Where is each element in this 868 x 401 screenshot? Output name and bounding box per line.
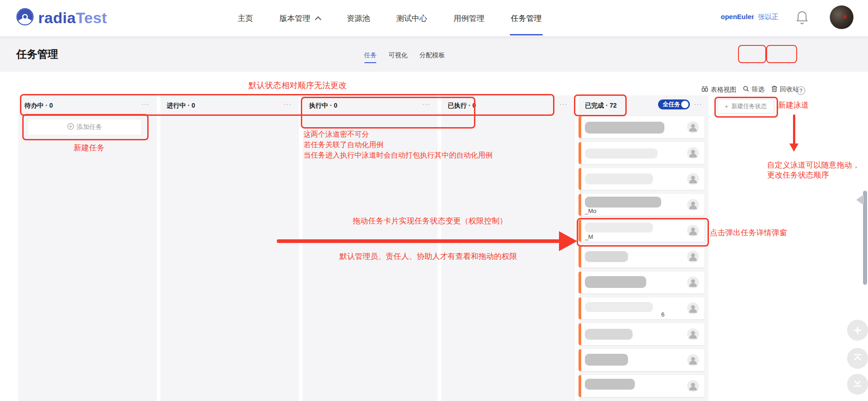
nav-item-version-management[interactable]: 版本管理 bbox=[279, 0, 320, 36]
notification-bell-icon[interactable] bbox=[795, 10, 809, 27]
floating-add-button[interactable]: + bbox=[847, 320, 868, 341]
scroll-to-bottom-button[interactable] bbox=[847, 374, 868, 395]
annotation-arrow-horizontal bbox=[277, 239, 561, 243]
recycle-bin-button[interactable]: 回收站 bbox=[771, 85, 799, 94]
app-logo[interactable]: radiaTest bbox=[15, 7, 107, 29]
card-accent-bar bbox=[579, 323, 581, 345]
column-todo-header: 待办中 · 0 ··· bbox=[18, 95, 157, 115]
redacted-text bbox=[585, 329, 633, 340]
assignee-avatar-icon bbox=[687, 147, 699, 159]
tab-assignment-template[interactable]: 分配模板 bbox=[419, 51, 445, 63]
user-divider: | bbox=[753, 12, 754, 20]
search-icon bbox=[743, 85, 749, 94]
assignee-avatar-icon bbox=[687, 225, 699, 237]
card-accent-bar bbox=[579, 375, 581, 397]
redacted-text bbox=[585, 379, 635, 390]
annotation-arrowhead-down bbox=[789, 144, 798, 152]
redacted-text bbox=[585, 223, 653, 233]
annotation-arrow-vertical bbox=[793, 114, 795, 144]
task-management-page: radiaTest 主页 版本管理 资源池 测试中心 用例管理 任务管理 ope… bbox=[0, 0, 868, 401]
task-card[interactable]: _M bbox=[579, 220, 704, 242]
tab-tasks[interactable]: 任务 bbox=[364, 51, 377, 63]
task-card[interactable] bbox=[579, 323, 704, 345]
column-in-progress: 进行中 · 0 ··· bbox=[160, 95, 299, 401]
trash-icon bbox=[771, 85, 778, 94]
assignee-avatar-icon bbox=[687, 173, 699, 185]
card-accent-bar bbox=[579, 220, 581, 242]
task-card[interactable] bbox=[579, 375, 704, 397]
redacted-text bbox=[585, 354, 628, 366]
user-avatar[interactable] bbox=[830, 5, 853, 29]
panel-collapse-handle-icon[interactable] bbox=[856, 194, 864, 205]
new-task-status-button[interactable]: + 新建任务状态 bbox=[717, 99, 774, 114]
task-card[interactable] bbox=[579, 116, 704, 138]
assignee-avatar-icon bbox=[687, 302, 699, 314]
chevron-down-bar-icon bbox=[853, 378, 863, 390]
question-icon: ? bbox=[797, 86, 805, 95]
more-icon[interactable]: ··· bbox=[141, 100, 150, 108]
redacted-text bbox=[585, 197, 661, 208]
task-card[interactable] bbox=[579, 168, 704, 190]
plus-icon: + bbox=[725, 103, 728, 110]
done-cards: _Mo_M6 bbox=[579, 116, 704, 397]
nav-item-resource-pool[interactable]: 资源池 bbox=[347, 0, 370, 36]
annotation-drag-note: 拖动任务卡片实现任务状态变更（权限控制） bbox=[353, 216, 507, 226]
task-card[interactable]: 6 bbox=[579, 297, 704, 319]
annotation-custom-lane-note: 自定义泳道可以随意拖动， 更改任务状态顺序 bbox=[767, 160, 860, 180]
more-icon[interactable]: ··· bbox=[422, 100, 430, 108]
column-title: 已完成 · 72 bbox=[585, 102, 617, 110]
card-text-fragment: _M bbox=[585, 233, 593, 240]
redacted-text bbox=[585, 149, 658, 158]
assignee-avatar-icon bbox=[687, 121, 699, 133]
column-title: 已执行 · 0 bbox=[448, 102, 476, 110]
column-todo: 待办中 · 0 ··· bbox=[18, 95, 157, 401]
radiation-logo-icon bbox=[15, 7, 35, 28]
card-accent-bar bbox=[579, 272, 581, 293]
filter-button[interactable]: 筛选 bbox=[743, 85, 764, 94]
redacted-text bbox=[585, 122, 664, 134]
toggle-knob bbox=[681, 101, 688, 108]
app-name: radiaTest bbox=[38, 7, 107, 29]
scroll-to-top-button[interactable] bbox=[847, 348, 868, 369]
column-title: 进行中 · 0 bbox=[167, 102, 195, 110]
annotation-order-note: 默认状态相对顺序无法更改 bbox=[249, 80, 347, 91]
annotation-lanes-note: 这两个泳道密不可分 若任务关联了自动化用例 当任务进入执行中泳道时会自动打包执行… bbox=[304, 129, 493, 160]
column-executed-header: 已执行 · 0 ··· bbox=[441, 95, 575, 115]
nav-item-home[interactable]: 主页 bbox=[238, 0, 253, 36]
more-icon[interactable]: ··· bbox=[694, 100, 702, 108]
card-accent-bar bbox=[579, 142, 581, 164]
annotation-arrowhead-right bbox=[559, 231, 577, 251]
task-card[interactable] bbox=[579, 246, 704, 267]
all-tasks-toggle[interactable]: 全任务 bbox=[658, 99, 690, 109]
column-title: 执行中 · 0 bbox=[309, 102, 337, 110]
more-icon[interactable]: ··· bbox=[559, 100, 568, 108]
user-name[interactable]: 张以正 bbox=[758, 13, 778, 21]
card-text-fragment: _Mo bbox=[585, 208, 596, 214]
nav-item-test-center[interactable]: 测试中心 bbox=[396, 0, 427, 36]
more-icon[interactable]: ··· bbox=[284, 100, 292, 108]
task-card[interactable] bbox=[579, 142, 704, 164]
chevron-up-icon bbox=[315, 16, 321, 22]
nav-item-case-management[interactable]: 用例管理 bbox=[454, 0, 484, 36]
page-header: 任务管理 任务 可视化 分配模板 表格视图 筛选 bbox=[0, 36, 868, 72]
add-task-button[interactable]: 添加任务 bbox=[27, 119, 142, 135]
task-card[interactable]: _Mo bbox=[579, 194, 704, 216]
card-accent-bar bbox=[579, 194, 581, 216]
top-navbar: radiaTest 主页 版本管理 资源池 测试中心 用例管理 任务管理 ope… bbox=[0, 0, 868, 36]
org-label[interactable]: openEuler bbox=[721, 13, 754, 20]
assignee-avatar-icon bbox=[687, 277, 699, 288]
assignee-avatar-icon bbox=[687, 199, 699, 211]
tab-visualization[interactable]: 可视化 bbox=[389, 51, 408, 63]
main-menu: 主页 版本管理 资源池 测试中心 用例管理 任务管理 bbox=[238, 0, 542, 36]
chevron-up-bar-icon bbox=[853, 352, 863, 364]
nav-item-task-management[interactable]: 任务管理 bbox=[511, 0, 542, 36]
help-button[interactable]: ? bbox=[797, 86, 805, 95]
annotation-detail-note: 点击弹出任务详情弹窗 bbox=[710, 228, 787, 238]
task-card[interactable] bbox=[579, 349, 704, 371]
card-accent-bar bbox=[579, 168, 581, 190]
circle-plus-icon bbox=[67, 123, 74, 131]
task-card[interactable] bbox=[579, 272, 704, 293]
table-view-button[interactable]: 表格视图 bbox=[701, 85, 736, 94]
redacted-text bbox=[585, 173, 653, 184]
column-in-progress-header: 进行中 · 0 ··· bbox=[160, 95, 299, 115]
